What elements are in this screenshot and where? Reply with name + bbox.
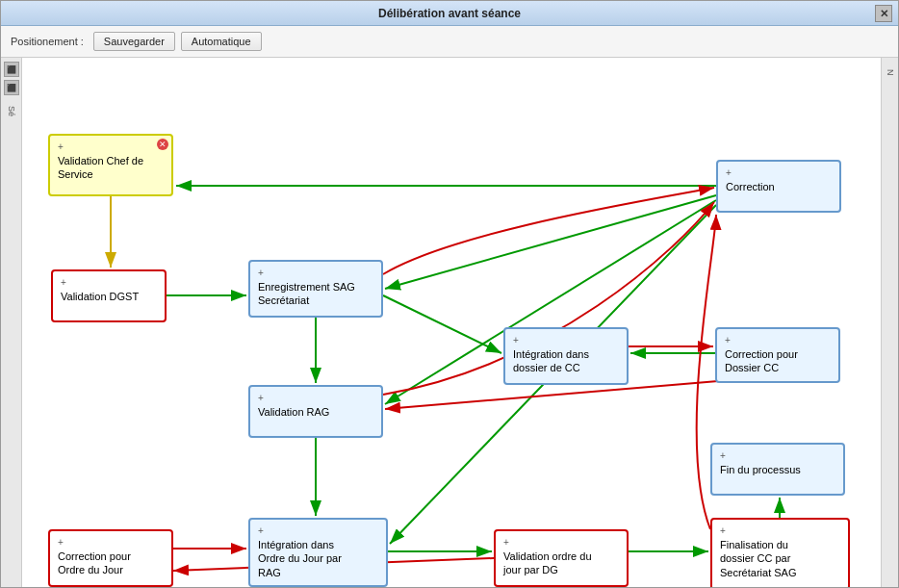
- node-plus: +: [720, 450, 835, 461]
- node-integration-dossier-cc[interactable]: + Intégration dansdossier de CC: [503, 327, 629, 385]
- node-label: Intégration dansdossier de CC: [513, 347, 619, 375]
- positionement-label: Positionement :: [11, 36, 84, 47]
- node-plus: +: [258, 268, 373, 278]
- node-plus: +: [503, 537, 619, 548]
- node-plus: +: [258, 393, 373, 403]
- right-sidebar-label: N: [886, 69, 895, 76]
- node-plus: +: [58, 141, 164, 152]
- node-label: Finalisation dudossier CC parSecrétariat…: [720, 538, 840, 579]
- main-window: Délibération avant séance ✕ Positionemen…: [0, 0, 899, 588]
- node-finalisation-dossier[interactable]: + Finalisation dudossier CC parSecrétari…: [710, 518, 850, 587]
- node-fin-processus[interactable]: + Fin du processus: [710, 443, 845, 496]
- node-label: Correction pourDossier CC: [725, 347, 831, 375]
- node-correction-dossier-cc[interactable]: + Correction pourDossier CC: [715, 327, 840, 383]
- node-label: Intégration dansOrdre du Jour parRAG: [258, 538, 378, 579]
- node-validation-odj-dg[interactable]: + Validation ordre dujour par DG: [494, 529, 629, 587]
- save-button[interactable]: Sauvegarder: [93, 32, 175, 51]
- node-correction[interactable]: + Correction: [716, 160, 841, 213]
- node-correction-odj[interactable]: + Correction pourOrdre du Jour: [48, 529, 173, 587]
- node-label: Validation DGST: [61, 290, 157, 303]
- node-plus: +: [258, 525, 378, 536]
- node-validation-rag[interactable]: + Validation RAG: [248, 385, 383, 438]
- node-plus: +: [513, 335, 619, 345]
- node-enregistrement-sag[interactable]: + Enregistrement SAGSecrétariat: [248, 260, 383, 318]
- node-label: Fin du processus: [720, 463, 835, 476]
- node-label: Correction pourOrdre du Jour: [58, 550, 164, 577]
- sidebar-icon-2[interactable]: ⬛: [4, 80, 19, 95]
- right-sidebar: N: [881, 58, 898, 587]
- node-plus: +: [58, 537, 164, 548]
- sidebar-icon-1[interactable]: ⬛: [4, 62, 19, 77]
- close-button[interactable]: ✕: [875, 5, 892, 22]
- node-label: Correction: [726, 180, 832, 193]
- canvas: ✕ + Validation Chef deService + Correcti…: [22, 58, 881, 587]
- node-validation-chef[interactable]: ✕ + Validation Chef deService: [48, 134, 173, 196]
- left-sidebar: ⬛ ⬛ Sé: [1, 58, 22, 587]
- node-plus: +: [726, 167, 832, 178]
- node-label: Validation RAG: [258, 405, 373, 419]
- node-plus: +: [720, 525, 840, 536]
- sidebar-label: Sé: [7, 106, 16, 116]
- node-label: Validation ordre dujour par DG: [503, 550, 619, 577]
- close-node-btn[interactable]: ✕: [157, 139, 168, 150]
- main-area: ⬛ ⬛ Sé: [1, 58, 898, 587]
- auto-button[interactable]: Automatique: [181, 32, 262, 51]
- node-label: Validation Chef deService: [58, 154, 164, 182]
- title-bar: Délibération avant séance ✕: [1, 1, 898, 26]
- node-plus: +: [61, 277, 157, 288]
- node-validation-dgst[interactable]: + Validation DGST: [51, 269, 167, 322]
- node-integration-odj[interactable]: + Intégration dansOrdre du Jour parRAG: [248, 518, 388, 587]
- node-label: Enregistrement SAGSecrétariat: [258, 280, 373, 308]
- node-plus: +: [725, 335, 831, 345]
- toolbar: Positionement : Sauvegarder Automatique: [1, 26, 898, 58]
- window-title: Délibération avant séance: [378, 7, 521, 20]
